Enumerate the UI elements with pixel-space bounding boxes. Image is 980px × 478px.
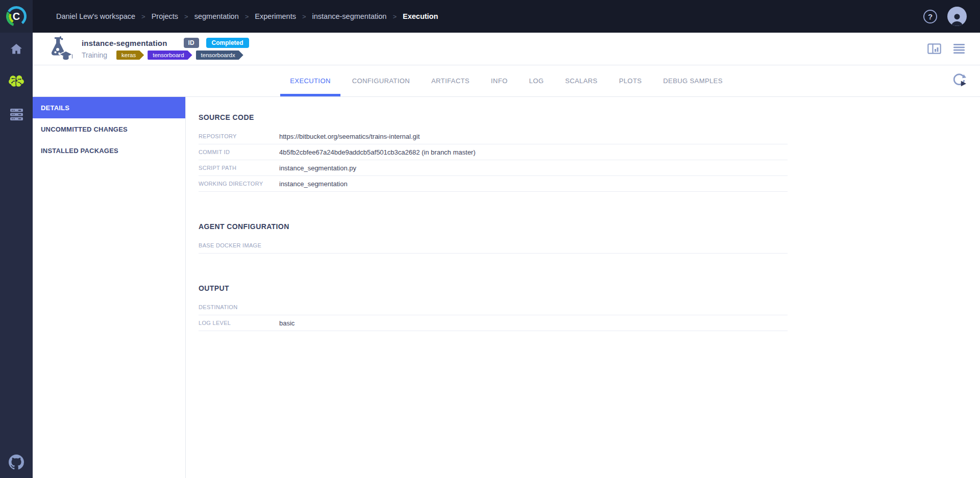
person-icon [949, 12, 965, 26]
tab-artifacts[interactable]: ARTIFACTS [422, 65, 479, 96]
clearml-logo-icon[interactable]: C [0, 0, 33, 33]
field-value-script-path: instance_segmentation.py [279, 164, 356, 172]
side-menu-item-uncommitted-changes[interactable]: UNCOMMITTED CHANGES [33, 118, 185, 140]
field-label-base-docker-image: BASE DOCKER IMAGE [199, 242, 279, 248]
body-row: DETAILSUNCOMMITTED CHANGESINSTALLED PACK… [33, 97, 980, 478]
tag-list: kerastensorboardtensorboardx [116, 51, 243, 60]
side-menu: DETAILSUNCOMMITTED CHANGESINSTALLED PACK… [33, 97, 186, 478]
tag-keras: keras [116, 51, 144, 60]
field-row-working-directory: WORKING DIRECTORYinstance_segmentation [199, 176, 788, 192]
breadcrumb-item-projects[interactable]: Projects [152, 12, 178, 20]
field-row-script-path: SCRIPT PATHinstance_segmentation.py [199, 160, 788, 176]
tab-bar: EXECUTIONCONFIGURATIONARTIFACTSINFOLOGSC… [33, 65, 980, 97]
field-row-commit-id: COMMIT ID4b5fb2cbfee67a24bde9addcb5af501… [199, 144, 788, 160]
status-badge: Completed [206, 38, 249, 48]
field-label-commit-id: COMMIT ID [199, 149, 279, 155]
logo-letter: C [13, 11, 20, 22]
experiment-header: instance-segmentation ID Completed Train… [33, 33, 980, 65]
auto-refresh-icon[interactable] [951, 72, 967, 90]
breadcrumb-separator: > [302, 13, 306, 20]
section-title-source-code: SOURCE CODE [199, 113, 788, 121]
breadcrumb-separator: > [245, 13, 249, 20]
field-row-repository: REPOSITORYhttps://bitbucket.org/seematic… [199, 129, 788, 144]
field-label-working-directory: WORKING DIRECTORY [199, 181, 279, 187]
field-label-destination: DESTINATION [199, 304, 279, 310]
servers-icon[interactable] [0, 98, 33, 131]
side-menu-item-installed-packages[interactable]: INSTALLED PACKAGES [33, 140, 185, 161]
tab-configuration[interactable]: CONFIGURATION [342, 65, 420, 96]
top-navbar: Daniel Lew's workspace>Projects>segmenta… [33, 0, 980, 33]
clearml-logo-svg: C [4, 4, 29, 29]
help-glyph: ? [928, 12, 933, 21]
tag-tensorboard: tensorboard [148, 51, 192, 60]
home-icon[interactable] [0, 33, 33, 65]
field-row-destination: DESTINATION [199, 299, 788, 315]
field-value-working-directory: instance_segmentation [279, 180, 348, 188]
breadcrumb-item-instance-segmentation[interactable]: instance-segmentation [312, 12, 387, 20]
tabs: EXECUTIONCONFIGURATIONARTIFACTSINFOLOGSC… [279, 65, 733, 96]
app-sidebar: C [0, 0, 33, 478]
experiment-sub-row: Training kerastensorboardtensorboardx [82, 51, 249, 60]
avatar[interactable] [947, 7, 967, 26]
breadcrumb-item-experiments[interactable]: Experiments [255, 12, 296, 20]
experiment-title-row: instance-segmentation ID Completed [82, 38, 249, 48]
experiment-header-actions [927, 43, 965, 54]
field-label-repository: REPOSITORY [199, 133, 279, 139]
brain-projects-icon[interactable] [0, 65, 33, 98]
tab-execution[interactable]: EXECUTION [280, 65, 340, 96]
breadcrumb-separator: > [184, 13, 188, 20]
breadcrumb: Daniel Lew's workspace>Projects>segmenta… [56, 12, 438, 20]
experiment-title: instance-segmentation [82, 39, 167, 47]
tab-debug-samples[interactable]: DEBUG SAMPLES [653, 65, 732, 96]
section-title-agent-configuration: AGENT CONFIGURATION [199, 222, 788, 231]
experiment-meta: instance-segmentation ID Completed Train… [82, 38, 249, 60]
tag-tensorboardx: tensorboardx [196, 51, 243, 60]
side-menu-item-details[interactable]: DETAILS [33, 97, 185, 118]
field-label-script-path: SCRIPT PATH [199, 165, 279, 171]
hamburger-menu-icon[interactable] [953, 44, 965, 54]
field-value-log-level: basic [279, 319, 295, 327]
breadcrumb-item-daniel-lew-s-workspace[interactable]: Daniel Lew's workspace [56, 12, 135, 20]
help-icon[interactable]: ? [923, 10, 937, 23]
field-row-base-docker-image: BASE DOCKER IMAGE [199, 238, 788, 254]
topbar-actions: ? [923, 7, 967, 26]
tab-plots[interactable]: PLOTS [609, 65, 652, 96]
github-icon[interactable] [0, 455, 33, 470]
sections: SOURCE CODEREPOSITORYhttps://bitbucket.o… [199, 113, 980, 331]
field-value-repository: https://bitbucket.org/seematics/trains-i… [279, 133, 420, 140]
breadcrumb-separator: > [393, 13, 397, 20]
experiment-flask-icon [44, 35, 72, 63]
experiment-type-label: Training [82, 51, 107, 59]
field-label-log-level: LOG LEVEL [199, 320, 279, 326]
section-output: OUTPUTDESTINATIONLOG LEVELbasic [199, 284, 788, 331]
field-row-log-level: LOG LEVELbasic [199, 315, 788, 331]
section-title-output: OUTPUT [199, 284, 788, 292]
main-content: SOURCE CODEREPOSITORYhttps://bitbucket.o… [186, 97, 980, 478]
breadcrumb-separator: > [141, 13, 145, 20]
section-source-code: SOURCE CODEREPOSITORYhttps://bitbucket.o… [199, 113, 788, 192]
id-badge[interactable]: ID [184, 38, 199, 48]
split-view-icon[interactable] [927, 43, 941, 54]
tab-log[interactable]: LOG [520, 65, 554, 96]
tab-scalars[interactable]: SCALARS [555, 65, 607, 96]
tab-info[interactable]: INFO [481, 65, 518, 96]
breadcrumb-item-execution: Execution [403, 12, 438, 20]
breadcrumb-item-segmentation[interactable]: segmentation [194, 12, 239, 20]
field-value-commit-id: 4b5fb2cbfee67a24bde9addcb5af501cb3ca2682… [279, 148, 476, 156]
app-root: C [0, 0, 980, 478]
section-agent-configuration: AGENT CONFIGURATIONBASE DOCKER IMAGE [199, 222, 788, 254]
